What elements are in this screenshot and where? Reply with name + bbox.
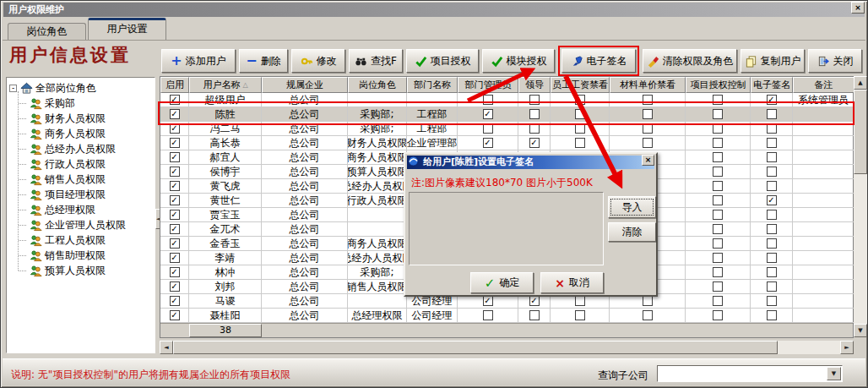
checkbox-leader[interactable] bbox=[529, 310, 540, 320]
scroll-right-icon[interactable]: ► bbox=[840, 341, 854, 354]
checkbox-enabled[interactable]: ✓ bbox=[170, 123, 180, 134]
dialog-titlebar[interactable]: 给用户[陈胜]设置电子签名 bbox=[407, 156, 654, 169]
tree-item-6[interactable]: 销售人员权限 bbox=[9, 172, 155, 187]
table-row[interactable]: ✓高长恭总公司财务人员权限企业管理部✓✓ bbox=[160, 136, 853, 150]
checkbox-esign[interactable] bbox=[767, 123, 777, 134]
checkbox-leader[interactable] bbox=[529, 95, 540, 105]
tree-item-10[interactable]: 工程人员权限 bbox=[9, 232, 155, 248]
checkbox-enabled[interactable]: ✓ bbox=[170, 267, 180, 277]
checkbox-esign[interactable] bbox=[767, 238, 777, 249]
checkbox-leader[interactable]: ✓ bbox=[529, 138, 540, 148]
checkbox-esign[interactable] bbox=[767, 167, 777, 177]
checkbox-salary_ban[interactable] bbox=[575, 296, 585, 306]
checkbox-enabled[interactable]: ✓ bbox=[170, 281, 180, 292]
window-titlebar[interactable]: 用户权限维护 bbox=[3, 3, 865, 17]
column-header-9[interactable]: 材料单价禁看 bbox=[610, 77, 686, 93]
checkbox-esign[interactable] bbox=[767, 296, 777, 306]
column-header-10[interactable]: 项目授权控制 bbox=[686, 77, 751, 93]
column-header-11[interactable]: 电子签名 bbox=[751, 77, 793, 93]
vscroll-thumb[interactable] bbox=[854, 90, 867, 174]
column-header-7[interactable]: 领导 bbox=[518, 77, 551, 93]
checkbox-proj_auth[interactable] bbox=[713, 310, 723, 320]
checkbox-leader[interactable] bbox=[529, 109, 540, 119]
column-header-12[interactable]: 备注 bbox=[793, 77, 854, 93]
toolbar-button-project-auth[interactable]: 项目授权 bbox=[406, 49, 479, 73]
checkbox-enabled[interactable]: ✓ bbox=[170, 167, 180, 177]
column-header-6[interactable]: 部门管理员 bbox=[458, 77, 518, 93]
checkbox-esign[interactable] bbox=[767, 152, 777, 162]
table-row[interactable]: ✓陈胜总公司采购部;工程部✓ bbox=[160, 107, 853, 122]
checkbox-salary_ban[interactable] bbox=[575, 95, 585, 105]
checkbox-proj_auth[interactable] bbox=[713, 138, 723, 148]
tree-item-4[interactable]: 总经办人员权限 bbox=[9, 141, 155, 156]
checkbox-material_ban[interactable] bbox=[643, 95, 653, 105]
tree-item-9[interactable]: 企业管理人员权限 bbox=[9, 217, 155, 232]
toolbar-button-esignature[interactable]: 电子签名 bbox=[561, 49, 636, 73]
column-header-5[interactable]: 部门名称 bbox=[407, 77, 458, 93]
toolbar-button-copy-user[interactable]: 复制用户 bbox=[741, 49, 805, 73]
checkbox-material_ban[interactable] bbox=[643, 296, 653, 306]
table-hscrollbar[interactable]: ◄ ► bbox=[160, 341, 854, 354]
checkbox-dept_mgr[interactable]: ✓ bbox=[483, 296, 493, 306]
checkbox-esign[interactable] bbox=[767, 138, 777, 148]
checkbox-proj_auth[interactable] bbox=[713, 123, 723, 134]
checkbox-salary_ban[interactable] bbox=[575, 138, 585, 148]
toolbar-button-module-auth[interactable]: 模块授权 bbox=[482, 49, 555, 73]
checkbox-dept_mgr[interactable] bbox=[483, 95, 493, 105]
checkbox-proj_auth[interactable] bbox=[713, 152, 723, 162]
tree-root[interactable]: -全部岗位角色 bbox=[9, 80, 155, 96]
table-row[interactable]: ✓聂桂阳总公司总经理权限公司经理 bbox=[160, 309, 853, 323]
checkbox-enabled[interactable]: ✓ bbox=[170, 109, 180, 119]
tree-item-3[interactable]: 商务人员权限 bbox=[9, 126, 155, 141]
toolbar-button-find[interactable]: 查找F bbox=[349, 49, 403, 73]
checkbox-proj_auth[interactable] bbox=[713, 195, 723, 205]
checkbox-leader[interactable] bbox=[529, 123, 540, 134]
column-header-4[interactable]: 岗位角色 bbox=[348, 77, 407, 93]
checkbox-salary_ban[interactable] bbox=[575, 310, 585, 320]
hscroll-thumb[interactable] bbox=[173, 341, 778, 354]
checkbox-enabled[interactable]: ✓ bbox=[170, 224, 180, 234]
clear-button[interactable]: 清除 bbox=[608, 222, 656, 242]
scroll-up-icon[interactable]: ▲ bbox=[854, 76, 867, 90]
checkbox-proj_auth[interactable] bbox=[713, 281, 723, 292]
window-close-button[interactable]: × bbox=[851, 2, 865, 14]
checkbox-proj_auth[interactable] bbox=[713, 267, 723, 277]
table-vscrollbar[interactable]: ▲ ▼ bbox=[854, 76, 867, 337]
table-row[interactable]: ✓冯二马总公司采购部;工程部 bbox=[160, 122, 853, 136]
checkbox-material_ban[interactable] bbox=[643, 138, 653, 148]
checkbox-proj_auth[interactable] bbox=[713, 109, 723, 119]
checkbox-proj_auth[interactable] bbox=[713, 224, 723, 234]
toolbar-button-add-user[interactable]: +添加用户 bbox=[161, 49, 236, 73]
checkbox-esign[interactable]: ✓ bbox=[767, 195, 777, 205]
query-subcompany-combobox[interactable]: ▼ bbox=[657, 365, 843, 382]
checkbox-proj_auth[interactable] bbox=[713, 181, 723, 191]
checkbox-enabled[interactable]: ✓ bbox=[170, 210, 180, 220]
tree-item-1[interactable]: 采购部 bbox=[9, 96, 155, 111]
tree-item-7[interactable]: 项目经理权限 bbox=[9, 187, 155, 202]
checkbox-proj_auth[interactable] bbox=[713, 253, 723, 263]
checkbox-material_ban[interactable] bbox=[643, 310, 653, 320]
checkbox-esign[interactable] bbox=[767, 310, 777, 320]
table-row[interactable]: ✓超级用户总公司✓系统管理员 bbox=[160, 93, 853, 107]
toolbar-button-modify[interactable]: 修改 bbox=[291, 49, 345, 73]
scroll-left-icon[interactable]: ◄ bbox=[160, 341, 173, 354]
column-header-2[interactable]: 用户名称△ bbox=[189, 77, 262, 93]
column-header-3[interactable]: 规属企业 bbox=[262, 77, 348, 93]
checkbox-proj_auth[interactable] bbox=[713, 95, 723, 105]
tab-position-role[interactable]: 岗位角色 bbox=[8, 23, 86, 40]
import-button[interactable]: 导入 bbox=[608, 196, 656, 218]
tab-user-settings[interactable]: 用户设置 bbox=[88, 18, 166, 40]
chevron-down-icon[interactable]: ▼ bbox=[827, 367, 841, 380]
checkbox-enabled[interactable]: ✓ bbox=[170, 195, 180, 205]
checkbox-enabled[interactable]: ✓ bbox=[170, 310, 180, 320]
dialog-close-button[interactable]: × bbox=[642, 155, 654, 166]
ok-button[interactable]: ✓ 确定 bbox=[470, 272, 534, 293]
checkbox-salary_ban[interactable] bbox=[575, 123, 585, 134]
checkbox-salary_ban[interactable] bbox=[575, 109, 585, 119]
checkbox-proj_auth[interactable] bbox=[713, 210, 723, 220]
checkbox-enabled[interactable]: ✓ bbox=[170, 95, 180, 105]
cancel-button[interactable]: × 取消 bbox=[540, 272, 604, 293]
checkbox-enabled[interactable]: ✓ bbox=[170, 296, 180, 306]
toolbar-button-clear-perms[interactable]: 清除权限及角色 bbox=[643, 49, 737, 73]
checkbox-esign[interactable] bbox=[767, 109, 777, 119]
